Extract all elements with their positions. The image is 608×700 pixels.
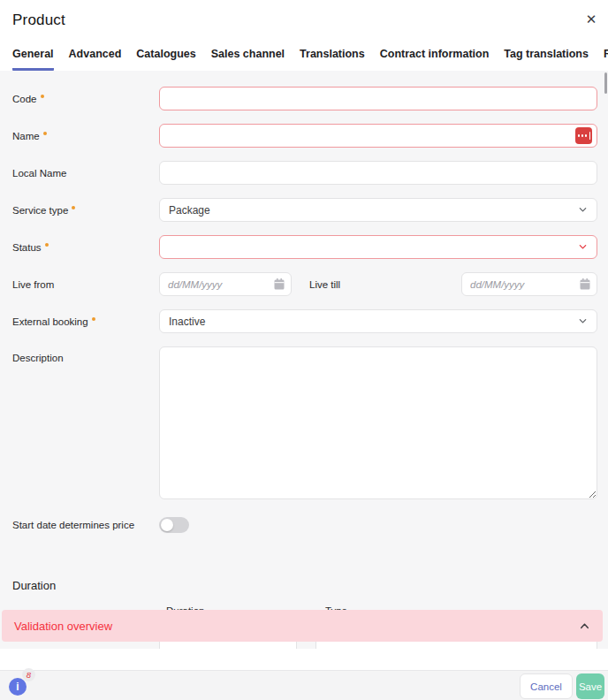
code-input[interactable] bbox=[159, 87, 597, 110]
live-till-label: Live till bbox=[309, 279, 340, 290]
notification-badge: 8 bbox=[22, 668, 35, 681]
duration-section-heading: Duration bbox=[12, 579, 608, 592]
tab-translations[interactable]: Translations bbox=[300, 48, 365, 71]
chevron-up-icon[interactable] bbox=[579, 620, 590, 632]
live-till-input[interactable] bbox=[461, 272, 597, 296]
start-date-price-label: Start date determines price bbox=[12, 520, 159, 530]
external-booking-label: External booking bbox=[12, 316, 159, 327]
live-from-label: Live from bbox=[12, 279, 159, 290]
required-dot bbox=[41, 95, 44, 98]
required-dot bbox=[43, 132, 47, 135]
chevron-down-icon bbox=[578, 242, 588, 252]
external-booking-select[interactable]: Inactive bbox=[159, 309, 597, 333]
name-ellipsis-badge-icon[interactable] bbox=[575, 127, 592, 144]
dialog-footer: i 8 Cancel Save bbox=[0, 670, 608, 700]
save-button[interactable]: Save bbox=[576, 673, 604, 699]
live-dates-row: Live from Live till bbox=[12, 272, 597, 296]
chevron-down-icon bbox=[578, 316, 588, 326]
external-booking-row: External booking Inactive bbox=[12, 309, 597, 333]
status-select[interactable] bbox=[159, 235, 597, 259]
description-textarea[interactable] bbox=[159, 346, 597, 499]
status-label: Status bbox=[12, 242, 159, 253]
cancel-button[interactable]: Cancel bbox=[520, 673, 573, 699]
tab-contract-information[interactable]: Contract information bbox=[380, 48, 490, 71]
dialog-header: Product ✕ bbox=[0, 0, 608, 42]
validation-banner-label: Validation overview bbox=[14, 620, 112, 633]
tab-catalogues[interactable]: Catalogues bbox=[136, 48, 195, 71]
local-name-row: Local Name bbox=[12, 161, 597, 185]
toggle-knob bbox=[161, 519, 173, 531]
product-dialog: Product ✕ General Advanced Catalogues Sa… bbox=[0, 0, 608, 700]
tab-sales-channel[interactable]: Sales channel bbox=[211, 48, 285, 71]
tab-general[interactable]: General bbox=[12, 48, 54, 71]
required-dot bbox=[45, 243, 49, 247]
local-name-input[interactable] bbox=[159, 161, 597, 185]
required-dot bbox=[72, 206, 75, 209]
tab-bar: General Advanced Catalogues Sales channe… bbox=[0, 42, 608, 71]
tab-advanced[interactable]: Advanced bbox=[69, 48, 122, 71]
chevron-down-icon bbox=[578, 205, 588, 215]
name-label: Name bbox=[12, 131, 159, 141]
tab-route-units[interactable]: Route units bbox=[604, 48, 608, 71]
code-label: Code bbox=[12, 94, 159, 104]
scrollbar-thumb[interactable] bbox=[604, 72, 607, 94]
validation-banner[interactable]: Validation overview bbox=[2, 610, 603, 642]
description-row: Description bbox=[12, 346, 597, 503]
description-label: Description bbox=[12, 346, 159, 363]
start-date-price-row: Start date determines price bbox=[12, 513, 597, 536]
service-type-select[interactable]: Package bbox=[159, 198, 597, 222]
info-icon[interactable]: i bbox=[9, 678, 27, 696]
page-title: Product bbox=[0, 0, 608, 29]
name-row: Name bbox=[12, 124, 597, 148]
start-date-price-toggle[interactable] bbox=[159, 517, 189, 533]
form-content: Code Name Local Name Service type bbox=[0, 71, 608, 649]
code-row: Code bbox=[12, 87, 597, 110]
service-type-row: Service type Package bbox=[12, 198, 597, 222]
name-input[interactable] bbox=[159, 124, 597, 148]
close-icon[interactable]: ✕ bbox=[581, 10, 601, 29]
service-type-label: Service type bbox=[12, 205, 159, 216]
status-row: Status bbox=[12, 235, 597, 259]
required-dot bbox=[92, 317, 95, 321]
live-from-input[interactable] bbox=[159, 272, 292, 296]
tab-tag-translations[interactable]: Tag translations bbox=[504, 48, 589, 71]
local-name-label: Local Name bbox=[12, 168, 159, 179]
